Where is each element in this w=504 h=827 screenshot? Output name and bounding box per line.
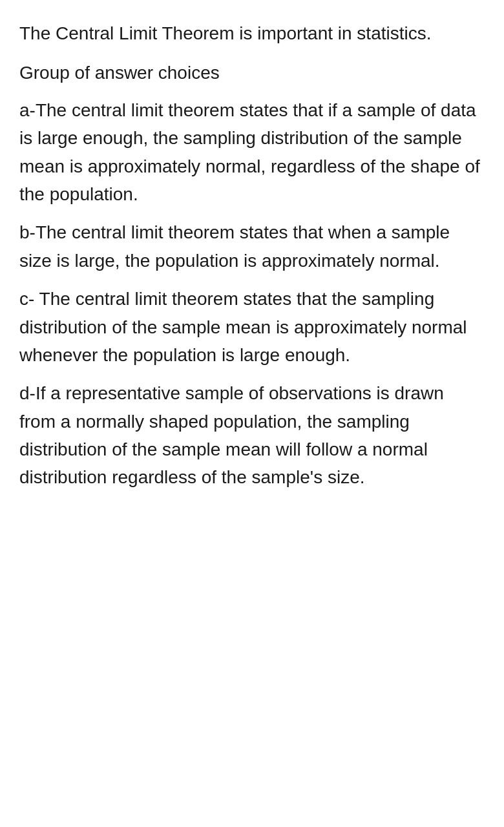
answer-choice-d[interactable]: d-If a representative sample of observat…	[19, 379, 485, 492]
answer-choice-b[interactable]: b-The central limit theorem states that …	[19, 218, 485, 275]
question-text: The Central Limit Theorem is important i…	[19, 19, 485, 47]
answer-choice-c[interactable]: c- The central limit theorem states that…	[19, 285, 485, 369]
answer-choice-a[interactable]: a-The central limit theorem states that …	[19, 96, 485, 209]
answer-choices-list: a-The central limit theorem states that …	[19, 96, 485, 492]
quiz-content: The Central Limit Theorem is important i…	[19, 19, 485, 492]
group-label: Group of answer choices	[19, 59, 485, 87]
